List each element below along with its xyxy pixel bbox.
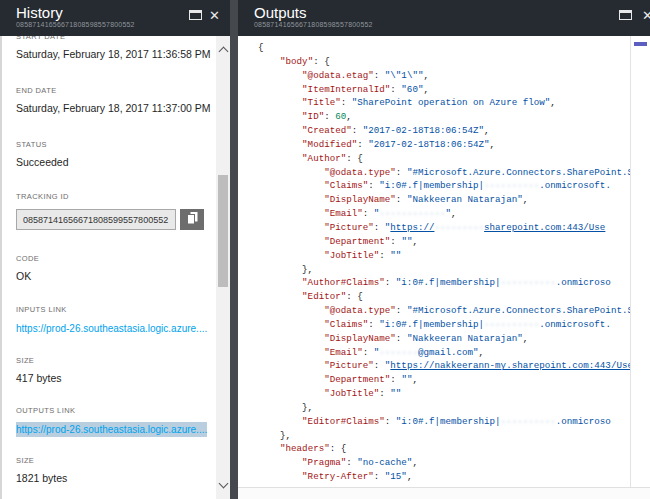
status-value: Succeeded: [16, 155, 216, 170]
outputs-json-viewer: { "body": { "@odata.etag": "\"1\"", "Ite…: [238, 36, 650, 487]
outputs-panel: Outputs 08587141656671808598557800552 ✕ …: [238, 0, 650, 499]
inputs-link-label: INPUTS LINK: [16, 305, 216, 315]
maximize-icon[interactable]: [189, 10, 202, 20]
history-panel: History 08587141656671808598557800552 ✕ …: [0, 0, 230, 499]
outputs-scroll-thumb[interactable]: [634, 42, 647, 46]
end-date-label: END DATE: [16, 86, 216, 96]
outputs-link-label: OUTPUTS LINK: [16, 406, 216, 416]
code-value: OK: [16, 269, 216, 284]
scroll-up-icon[interactable]: [218, 47, 228, 57]
end-date-value: Saturday, February 18, 2017 11:37:00 PM: [16, 101, 216, 116]
inputs-size-label: SIZE: [16, 356, 216, 366]
outputs-size-label: SIZE: [16, 456, 216, 466]
history-titlebar: History 08587141656671808598557800552 ✕: [0, 0, 230, 36]
status-label: STATUS: [16, 140, 216, 150]
inputs-link[interactable]: https://prod-26.southeastasia.logic.azur…: [16, 321, 216, 336]
outputs-titlebar: Outputs 08587141656671808598557800552 ✕: [238, 0, 650, 36]
history-scrollbar[interactable]: [216, 36, 230, 499]
outputs-link[interactable]: https://prod-26.southeastasia.logic.azur…: [16, 422, 207, 437]
inputs-size-value: 417 bytes: [16, 371, 216, 386]
outputs-size-value: 1821 bytes: [16, 471, 216, 486]
tracking-id-label: TRACKING ID: [16, 192, 216, 202]
start-date-label: START DATE: [16, 36, 216, 42]
close-icon[interactable]: ✕: [642, 9, 650, 22]
outputs-vscrollbar[interactable]: [630, 36, 650, 487]
start-date-value: Saturday, February 18, 2017 11:36:58 PM: [16, 47, 216, 62]
outputs-run-id: 08587141656671808598557800552: [254, 21, 650, 29]
close-icon[interactable]: ✕: [209, 9, 220, 22]
copy-button[interactable]: [180, 209, 204, 230]
outputs-hscrollbar[interactable]: [238, 487, 650, 499]
tracking-id-input[interactable]: [16, 209, 176, 230]
json-code: { "body": { "@odata.etag": "\"1\"", "Ite…: [258, 41, 650, 484]
history-scroll-thumb[interactable]: [218, 175, 228, 287]
scroll-down-icon[interactable]: [218, 479, 228, 489]
logic-app-run-view: History 08587141656671808598557800552 ✕ …: [0, 0, 650, 499]
outputs-panel-title: Outputs: [254, 4, 650, 21]
history-run-id: 08587141656671808598557800552: [16, 21, 230, 29]
history-details: START DATE Saturday, February 18, 2017 1…: [0, 36, 216, 499]
code-label: CODE: [16, 254, 216, 264]
tracking-id-row: [16, 209, 216, 230]
copy-icon: [186, 211, 199, 228]
maximize-icon[interactable]: [619, 10, 632, 20]
